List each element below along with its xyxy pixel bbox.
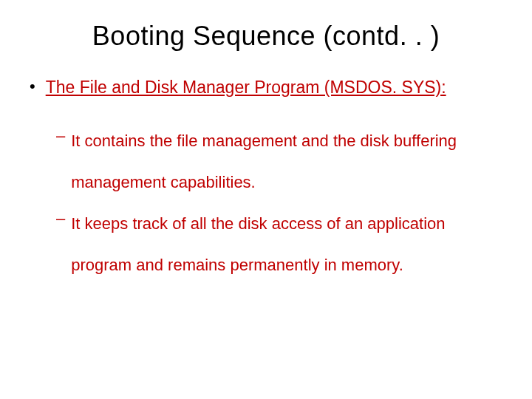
bullet-item-main: • The File and Disk Manager Program (MSD… xyxy=(30,77,502,98)
slide-title: Booting Sequence (contd. . ) xyxy=(30,21,502,52)
subbullet-item-1: – It contains the file management and th… xyxy=(30,120,502,203)
dash-icon: – xyxy=(56,203,65,234)
bullet-text-main: The File and Disk Manager Program (MSDOS… xyxy=(46,77,446,98)
subbullet-text-1: It contains the file management and the … xyxy=(71,120,502,203)
bullet-dot: • xyxy=(30,77,35,96)
dash-icon: – xyxy=(56,120,65,151)
subbullet-item-2: – It keeps track of all the disk access … xyxy=(30,203,502,286)
subbullet-text-2: It keeps track of all the disk access of… xyxy=(71,203,502,286)
